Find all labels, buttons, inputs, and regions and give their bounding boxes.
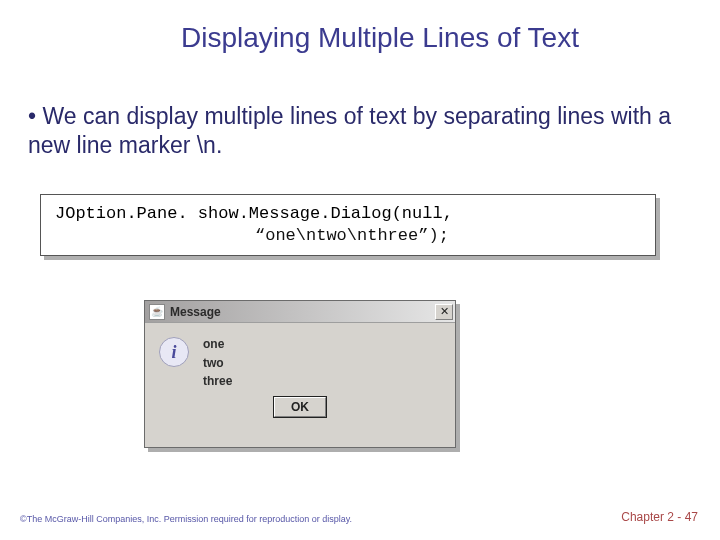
message-line-3: three	[203, 372, 232, 391]
message-dialog: ☕ Message ✕ i one two three OK	[144, 300, 456, 448]
dialog-title-text: Message	[170, 305, 221, 319]
java-icon: ☕	[149, 304, 165, 320]
message-line-1: one	[203, 335, 232, 354]
bullet-text: We can display multiple lines of text by…	[28, 102, 692, 160]
message-line-2: two	[203, 354, 232, 373]
code-line-2: “one\ntwo\nthree”);	[55, 225, 641, 247]
slide-title: Displaying Multiple Lines of Text	[40, 0, 720, 54]
close-button[interactable]: ✕	[435, 304, 453, 320]
code-box: JOption.Pane. show.Message.Dialog(null, …	[40, 194, 656, 256]
message-text: one two three	[203, 335, 232, 391]
ok-button[interactable]: OK	[274, 397, 326, 417]
dialog-titlebar: ☕ Message ✕	[145, 301, 455, 323]
bullet-area: We can display multiple lines of text by…	[28, 102, 692, 160]
info-icon: i	[159, 337, 189, 367]
footer-copyright: ©The McGraw-Hill Companies, Inc. Permiss…	[20, 514, 352, 524]
footer-chapter: Chapter 2 - 47	[621, 510, 698, 524]
code-line-1: JOption.Pane. show.Message.Dialog(null,	[55, 203, 641, 225]
